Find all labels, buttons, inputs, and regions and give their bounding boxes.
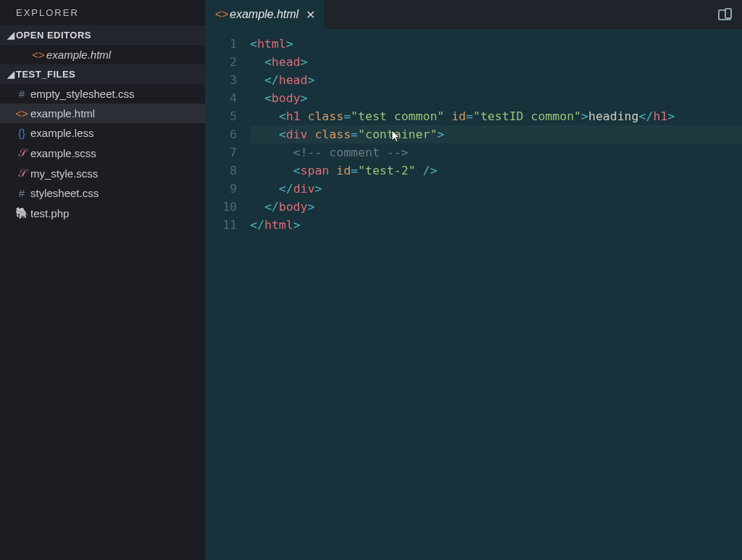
caret-down-icon: ◢ <box>6 69 16 80</box>
file-icon: # <box>13 187 30 199</box>
html-file-icon: <> <box>214 8 230 21</box>
code-line[interactable]: <!-- comment --> <box>250 143 742 162</box>
tab-bar: <> example.html ✕ <box>205 0 742 29</box>
file-label: example.scss <box>30 147 96 159</box>
file-icon: # <box>13 88 30 100</box>
line-number: 6 <box>205 125 237 143</box>
code-line[interactable]: <span id="test-2" /> <box>250 162 742 180</box>
file-label: empty_stylesheet.css <box>30 88 134 100</box>
line-number: 8 <box>205 162 237 180</box>
line-number: 2 <box>205 53 237 71</box>
code-line[interactable]: </html> <box>250 216 742 234</box>
file-label: test.php <box>30 207 69 220</box>
file-label: example.html <box>30 107 95 120</box>
code-line[interactable]: <h1 class="test common" id="testID commo… <box>250 107 742 125</box>
code-line[interactable]: <head> <box>250 53 742 71</box>
code-line[interactable]: <div class="container"> <box>250 125 742 143</box>
file-item[interactable]: {}example.less <box>0 123 205 143</box>
project-label: TEST_FILES <box>16 69 75 80</box>
file-icon: 𝒮 <box>13 167 30 180</box>
code-editor[interactable]: 1234567891011 <html> <head> </head> <bod… <box>205 29 742 560</box>
split-editor-icon <box>717 7 732 22</box>
code-line[interactable]: </head> <box>250 71 742 89</box>
open-editors-header[interactable]: ◢ OPEN EDITORS <box>0 25 205 45</box>
tab-example-html[interactable]: <> example.html ✕ <box>205 0 324 29</box>
file-icon: <> <box>13 107 30 120</box>
caret-down-icon: ◢ <box>6 30 16 41</box>
line-number: 7 <box>205 143 237 162</box>
app-root: EXPLORER ◢ OPEN EDITORS <>example.html ◢… <box>0 0 742 560</box>
svg-rect-1 <box>725 9 731 18</box>
explorer-title: EXPLORER <box>0 0 205 25</box>
line-number: 9 <box>205 180 237 198</box>
line-number-gutter: 1234567891011 <box>205 35 250 560</box>
explorer-sidebar: EXPLORER ◢ OPEN EDITORS <>example.html ◢… <box>0 0 205 560</box>
file-item[interactable]: 𝒮my_style.scss <box>0 163 205 183</box>
line-number: 11 <box>205 216 237 234</box>
file-icon: 🐘 <box>13 206 30 220</box>
file-item[interactable]: #empty_stylesheet.css <box>0 84 205 104</box>
file-label: my_style.scss <box>30 167 98 180</box>
code-line[interactable]: <html> <box>250 35 742 53</box>
file-icon: {} <box>13 127 30 139</box>
file-list: #empty_stylesheet.css<>example.html{}exa… <box>0 84 205 223</box>
open-editor-item[interactable]: <>example.html <box>0 45 205 64</box>
file-item[interactable]: 𝒮example.scss <box>0 143 205 163</box>
line-number: 4 <box>205 89 237 107</box>
close-icon[interactable]: ✕ <box>306 8 315 22</box>
tab-label: example.html <box>230 8 299 21</box>
line-number: 10 <box>205 198 237 216</box>
line-number: 5 <box>205 107 237 125</box>
file-icon: 𝒮 <box>13 146 30 159</box>
code-line[interactable]: <body> <box>250 89 742 107</box>
split-editor-button[interactable] <box>707 0 742 29</box>
code-line[interactable]: </div> <box>250 180 742 198</box>
line-number: 1 <box>205 35 237 53</box>
open-editor-label: example.html <box>46 49 111 61</box>
editor-area: <> example.html ✕ 1234567891011 <html> <… <box>205 0 742 560</box>
project-header[interactable]: ◢ TEST_FILES <box>0 64 205 84</box>
file-item[interactable]: <>example.html <box>0 104 205 123</box>
file-label: stylesheet.css <box>30 187 99 199</box>
file-icon: <> <box>30 49 46 61</box>
file-label: example.less <box>30 127 94 139</box>
file-item[interactable]: #stylesheet.css <box>0 183 205 203</box>
open-editors-list: <>example.html <box>0 45 205 64</box>
line-number: 3 <box>205 71 237 89</box>
file-item[interactable]: 🐘test.php <box>0 203 205 223</box>
open-editors-label: OPEN EDITORS <box>16 30 91 41</box>
code-content[interactable]: <html> <head> </head> <body> <h1 class="… <box>250 35 742 560</box>
code-line[interactable]: </body> <box>250 198 742 216</box>
